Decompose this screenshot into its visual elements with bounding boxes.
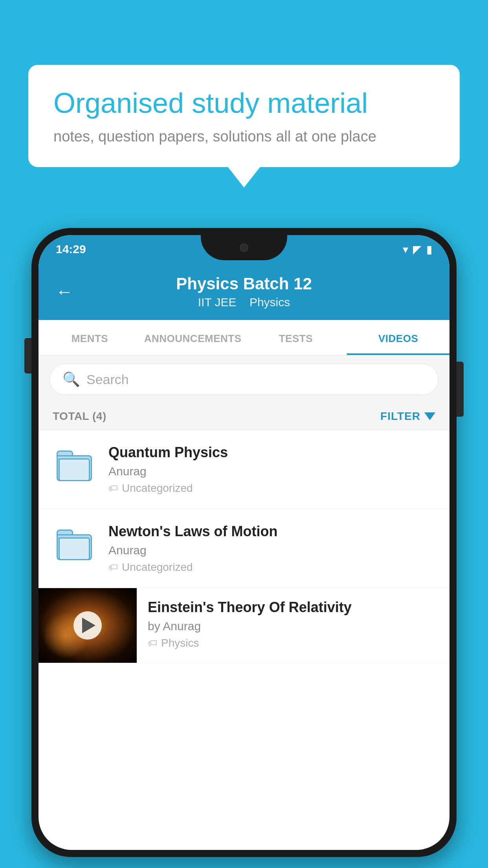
status-time: 14:29 xyxy=(56,243,86,256)
folder-icon-2 xyxy=(57,530,92,560)
tag-text-1: Uncategorized xyxy=(122,482,193,495)
tag-physics: Physics xyxy=(250,296,290,309)
speech-bubble: Organised study material notes, question… xyxy=(28,65,460,167)
header-title: Physics Batch 12 xyxy=(176,274,312,293)
phone-frame: 14:29 ▾ ◤ ▮ ← Physics Batch 12 IIT JEE P… xyxy=(31,228,457,857)
tag-icon-3: 🏷 xyxy=(148,638,157,649)
video-info-1: Quantum Physics Anurag 🏷 Uncategorized xyxy=(108,444,435,495)
video-info-3: Einstein's Theory Of Relativity by Anura… xyxy=(137,588,449,660)
video-icon-2 xyxy=(53,523,96,566)
back-button[interactable]: ← xyxy=(56,282,73,302)
play-icon xyxy=(82,618,95,633)
video-title-3: Einstein's Theory Of Relativity xyxy=(148,599,438,616)
signal-icon: ◤ xyxy=(413,243,422,256)
tag-icon-1: 🏷 xyxy=(108,483,118,494)
video-info-2: Newton's Laws of Motion Anurag 🏷 Uncateg… xyxy=(108,523,435,574)
battery-icon: ▮ xyxy=(426,243,432,256)
tab-announcements[interactable]: ANNOUNCEMENTS xyxy=(141,320,245,355)
wifi-icon: ▾ xyxy=(403,243,408,256)
folder-icon-1 xyxy=(57,451,92,481)
bubble-subtitle: notes, question papers, solutions all at… xyxy=(53,128,435,145)
tag-text-2: Uncategorized xyxy=(122,561,193,574)
status-bar: 14:29 ▾ ◤ ▮ xyxy=(39,235,449,263)
video-title-1: Quantum Physics xyxy=(108,444,435,461)
search-icon: 🔍 xyxy=(62,371,80,388)
video-tag-2: 🏷 Uncategorized xyxy=(108,561,435,574)
video-list: Quantum Physics Anurag 🏷 Uncategorized xyxy=(39,430,449,663)
video-author-3: by Anurag xyxy=(148,620,438,633)
video-item-2[interactable]: Newton's Laws of Motion Anurag 🏷 Uncateg… xyxy=(39,509,449,588)
camera xyxy=(240,243,248,252)
video-tag-3: 🏷 Physics xyxy=(148,637,438,649)
video-thumbnail-3 xyxy=(39,588,137,663)
bubble-title: Organised study material xyxy=(53,87,435,120)
search-bar-container: 🔍 Search xyxy=(39,356,449,403)
filter-label: FILTER xyxy=(380,410,420,423)
video-author-1: Anurag xyxy=(108,465,435,478)
notch xyxy=(201,235,287,260)
search-wrapper[interactable]: 🔍 Search xyxy=(50,364,438,395)
tab-videos[interactable]: VIDEOS xyxy=(347,320,449,355)
app-header: ← Physics Batch 12 IIT JEE Physics xyxy=(39,263,449,320)
tag-text-3: Physics xyxy=(161,637,199,649)
search-placeholder-text: Search xyxy=(86,372,129,387)
phone-screen: 14:29 ▾ ◤ ▮ ← Physics Batch 12 IIT JEE P… xyxy=(39,235,449,850)
video-title-2: Newton's Laws of Motion xyxy=(108,523,435,540)
total-count: TOTAL (4) xyxy=(53,410,106,423)
play-button-3[interactable] xyxy=(73,611,102,640)
video-tag-1: 🏷 Uncategorized xyxy=(108,482,435,495)
tag-icon-2: 🏷 xyxy=(108,562,118,573)
filter-button[interactable]: FILTER xyxy=(380,410,435,423)
video-author-2: Anurag xyxy=(108,544,435,557)
tab-ments[interactable]: MENTS xyxy=(39,320,141,355)
tab-tests[interactable]: TESTS xyxy=(244,320,347,355)
tabs-bar: MENTS ANNOUNCEMENTS TESTS VIDEOS xyxy=(39,320,449,356)
video-item-3[interactable]: Einstein's Theory Of Relativity by Anura… xyxy=(39,588,449,663)
header-subtitle: IIT JEE Physics xyxy=(198,296,290,309)
filter-icon xyxy=(424,412,435,420)
status-icons: ▾ ◤ ▮ xyxy=(403,243,432,256)
video-icon-1 xyxy=(53,444,96,487)
filter-row: TOTAL (4) FILTER xyxy=(39,403,449,430)
video-item-1[interactable]: Quantum Physics Anurag 🏷 Uncategorized xyxy=(39,430,449,509)
tag-iit-jee: IIT JEE xyxy=(198,296,237,309)
